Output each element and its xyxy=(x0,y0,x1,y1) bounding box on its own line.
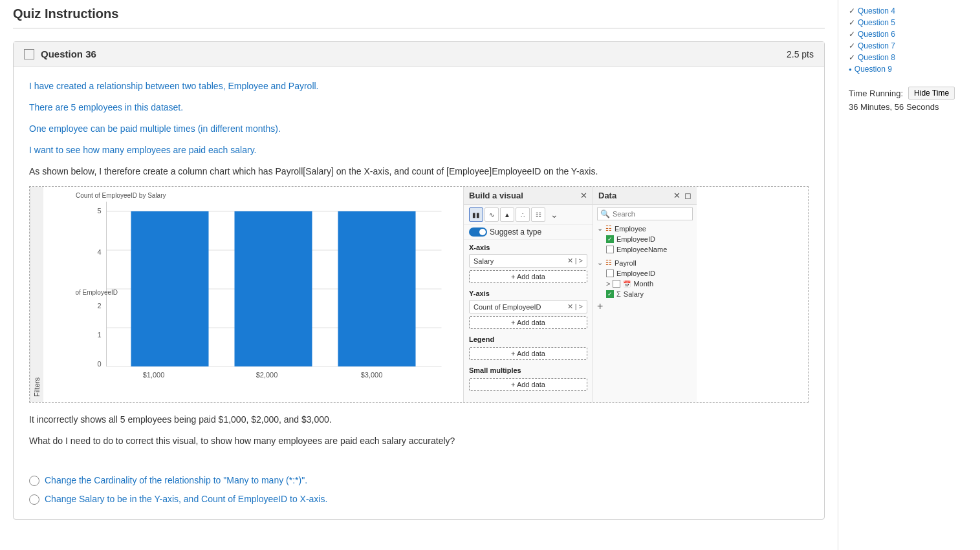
payroll-month-item[interactable]: > 📅 Month xyxy=(593,279,697,289)
hide-time-button[interactable]: Hide Time xyxy=(908,87,955,100)
question-pts: 2.5 pts xyxy=(787,49,814,59)
question-flag[interactable] xyxy=(24,49,34,59)
search-icon: 🔍 xyxy=(600,209,610,218)
legend-section-label: Legend xyxy=(464,332,593,344)
question-block: Question 36 2.5 pts I have created a rel… xyxy=(13,41,825,520)
yaxis-field-name: Count of EmployeeID xyxy=(474,303,541,311)
svg-text:Salary: Salary xyxy=(257,381,278,383)
employee-name-checkbox[interactable] xyxy=(606,246,614,253)
payroll-salary-label: Salary xyxy=(624,290,644,298)
employee-name-item[interactable]: EmployeeName xyxy=(593,244,697,255)
question-text-2: There are 5 employees in this dataset. xyxy=(29,101,809,114)
data-panel-icons xyxy=(803,206,808,211)
xaxis-add-data[interactable]: + Add data xyxy=(469,270,587,283)
data-panel-title: Data xyxy=(598,191,616,200)
svg-text:$3,000: $3,000 xyxy=(361,371,383,379)
sidebar-item-label-q7: Question 7 xyxy=(858,41,895,50)
check-icon-q8: ✓ xyxy=(849,53,855,62)
search-box: 🔍 xyxy=(597,207,693,220)
svg-text:2: 2 xyxy=(98,302,102,310)
question-text-4: I want to see how many employees are pai… xyxy=(29,143,809,157)
build-panel-collapse[interactable]: ✕ xyxy=(580,191,587,200)
scatter-chart-icon[interactable]: ∴ xyxy=(516,207,530,222)
sidebar-item-label-q8: Question 8 xyxy=(858,53,895,62)
visual-container: Filters Count of EmployeeID by Salary 5 … xyxy=(29,186,809,403)
small-multiples-add-data[interactable]: + Add data xyxy=(469,378,587,391)
filters-tab[interactable]: Filters xyxy=(30,187,43,402)
employee-table-label: Employee xyxy=(615,225,646,233)
legend-add-data[interactable]: + Add data xyxy=(469,347,587,360)
payroll-salary-item[interactable]: ✓ Σ Salary xyxy=(593,289,697,299)
payroll-salary-checkbox[interactable]: ✓ xyxy=(606,290,614,298)
chart-svg: 5 4 2 1 0 xyxy=(76,202,458,383)
payroll-table-item[interactable]: ⌄ ☷ Payroll xyxy=(593,257,697,268)
payroll-employee-id-label: EmployeeID xyxy=(616,270,655,277)
check-icon-q6: ✓ xyxy=(849,30,855,39)
radio-option-1[interactable] xyxy=(29,476,39,486)
dot-icon-q9: ● xyxy=(849,67,852,72)
payroll-table-label: Payroll xyxy=(615,259,637,267)
sidebar-item-q9[interactable]: ● Question 9 xyxy=(849,65,970,74)
svg-text:4: 4 xyxy=(98,248,102,256)
svg-text:5: 5 xyxy=(98,207,102,215)
bar-chart-icon[interactable]: ▮▮ xyxy=(469,207,483,222)
table-chart-icon[interactable]: ☷ xyxy=(531,207,545,222)
answer-text-1: Change the Cardinality of the relationsh… xyxy=(45,475,307,485)
payroll-month-checkbox[interactable] xyxy=(613,280,620,288)
xaxis-field-name: Salary xyxy=(474,257,494,265)
question-body: I have created a relationship between tw… xyxy=(14,67,824,469)
question-text-5: As shown below, I therefore create a col… xyxy=(29,165,809,178)
sidebar-item-label-q6: Question 6 xyxy=(858,30,895,39)
build-panel-header: Build a visual ✕ xyxy=(464,187,593,205)
suggest-row: Suggest a type xyxy=(464,225,593,240)
sidebar-nav: ✓ Question 4 ✓ Question 5 ✓ Question 6 ✓… xyxy=(849,6,970,74)
sidebar-item-q6[interactable]: ✓ Question 6 xyxy=(849,30,970,39)
build-panel-title: Build a visual xyxy=(469,191,523,200)
question-text-7: What do I need to do to correct this vis… xyxy=(29,434,809,448)
payroll-employee-id-checkbox[interactable] xyxy=(606,270,614,277)
svg-text:1: 1 xyxy=(98,331,102,339)
sidebar-item-label-q9: Question 9 xyxy=(855,65,892,74)
payroll-salary-sigma: Σ xyxy=(616,290,621,298)
check-icon-q4: ✓ xyxy=(849,6,855,16)
svg-text:$2,000: $2,000 xyxy=(256,371,278,379)
employee-id-item[interactable]: ✓ EmployeeID xyxy=(593,234,697,244)
employee-id-checkbox[interactable]: ✓ xyxy=(606,235,614,243)
data-panel: Data ✕ ◻ 🔍 xyxy=(593,187,697,402)
svg-rect-12 xyxy=(235,211,312,366)
xaxis-field[interactable]: Salary ✕ | > xyxy=(469,254,587,268)
sidebar-item-q7[interactable]: ✓ Question 7 xyxy=(849,41,970,50)
chart-title: Count of EmployeeID by Salary xyxy=(76,192,458,199)
add-table-btn[interactable]: + xyxy=(593,299,697,313)
svg-text:0: 0 xyxy=(98,360,102,368)
quiz-title: Quiz Instructions xyxy=(13,0,825,28)
sidebar-item-q8[interactable]: ✓ Question 8 xyxy=(849,53,970,62)
employee-table-item[interactable]: ⌄ ☷ Employee xyxy=(593,223,697,234)
yaxis-add-data[interactable]: + Add data xyxy=(469,316,587,329)
sidebar-item-q4[interactable]: ✓ Question 4 xyxy=(849,6,970,16)
data-panel-close[interactable]: ✕ xyxy=(673,191,681,200)
radio-option-2[interactable] xyxy=(29,494,39,505)
payroll-table-icon: ☷ xyxy=(605,259,612,267)
answer-option-1: Change the Cardinality of the relationsh… xyxy=(29,475,809,486)
time-running-value: 36 Minutes, 56 Seconds xyxy=(849,102,970,112)
sidebar-item-q5[interactable]: ✓ Question 5 xyxy=(849,18,970,27)
search-input[interactable] xyxy=(613,210,702,218)
employee-table-icon: ☷ xyxy=(605,224,612,233)
payroll-month-label: Month xyxy=(633,280,653,288)
payroll-employee-id-item[interactable]: EmployeeID xyxy=(593,268,697,279)
employee-name-label: EmployeeName xyxy=(616,246,667,253)
svg-rect-13 xyxy=(338,211,416,366)
yaxis-field[interactable]: Count of EmployeeID ✕ | > xyxy=(469,300,587,313)
sidebar-item-label-q5: Question 5 xyxy=(858,18,895,27)
line-chart-icon[interactable]: ∿ xyxy=(485,207,499,222)
sidebar-item-label-q4: Question 4 xyxy=(858,6,895,16)
area-chart-icon[interactable]: ▲ xyxy=(500,207,514,222)
data-panel-extra[interactable]: ◻ xyxy=(684,191,691,200)
visual-type-dropdown[interactable]: ⌄ xyxy=(550,209,558,220)
yaxis-section-label: Y-axis xyxy=(464,286,593,299)
employee-id-label: EmployeeID xyxy=(616,235,655,243)
suggest-toggle[interactable] xyxy=(469,227,487,237)
answer-text-2: Change Salary to be in the Y-axis, and C… xyxy=(45,494,327,504)
check-icon-q7: ✓ xyxy=(849,41,855,50)
